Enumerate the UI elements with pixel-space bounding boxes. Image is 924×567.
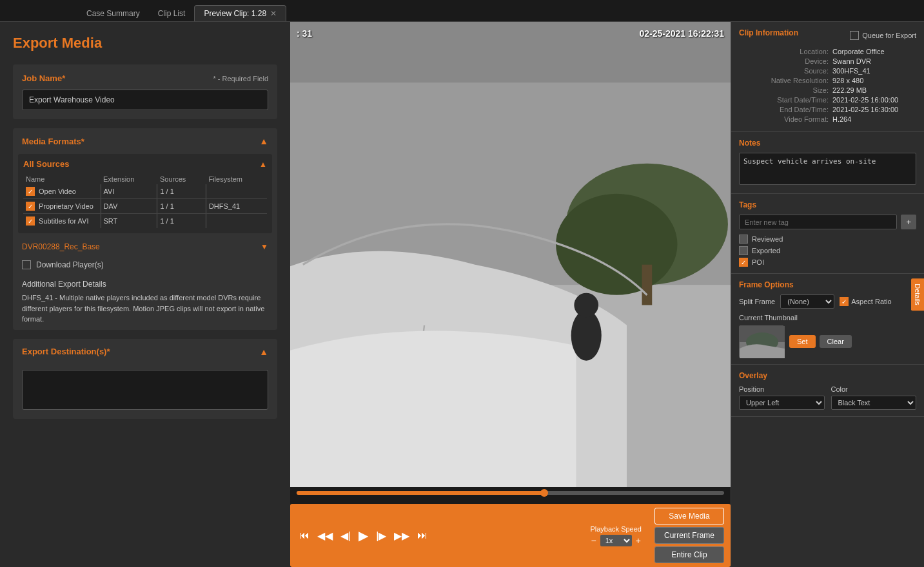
position-label: Position <box>739 385 825 393</box>
video-timestamp: 02-25-2021 16:22:31 <box>639 28 724 39</box>
subtitles-sources: 1 / 1 <box>157 214 206 229</box>
table-row: ✓ Proprietary Video DAV 1 / 1 DHFS_41 <box>23 199 267 214</box>
tab-close-icon[interactable]: ✕ <box>270 9 277 18</box>
tags-input[interactable] <box>739 215 897 229</box>
sources-chevron[interactable]: ▲ <box>259 160 267 169</box>
proprietary-video-label: Proprietary Video <box>39 202 93 210</box>
subtitles-ext: SRT <box>101 214 157 229</box>
col-filesystem: Filesystem <box>206 174 267 184</box>
svg-point-4 <box>556 194 677 295</box>
poi-label: POI <box>752 258 764 266</box>
open-video-checkbox[interactable]: ✓ <box>26 187 35 196</box>
clip-info-fields: Location:Corporate Office Device:Swann D… <box>739 48 916 123</box>
subtitles-fs <box>206 214 267 229</box>
speed-decrease-button[interactable]: − <box>591 535 596 546</box>
job-name-input[interactable] <box>22 90 268 110</box>
svg-point-7 <box>574 293 598 318</box>
export-dest-label: Export Destination(s)* <box>22 347 110 356</box>
tags-title: Tags <box>739 200 916 209</box>
open-video-label: Open Video <box>39 187 76 195</box>
panel-title: Export Media <box>13 35 277 52</box>
table-row: ✓ Open Video AVI 1 / 1 <box>23 184 267 199</box>
notes-textarea[interactable]: Suspect vehicle arrives on-site <box>739 153 916 185</box>
aspect-ratio-checkbox[interactable]: ✓ <box>840 297 849 306</box>
play-button[interactable]: ▶ <box>356 526 371 544</box>
tag-item-reviewed[interactable]: Reviewed <box>739 235 916 244</box>
clip-info-title: Clip Information <box>739 28 798 37</box>
notes-title: Notes <box>739 139 916 148</box>
media-formats-chevron[interactable]: ▲ <box>259 136 268 146</box>
clear-thumbnail-button[interactable]: Clear <box>820 335 852 348</box>
proprietary-ext: DAV <box>101 199 157 214</box>
tab-case-summary[interactable]: Case Summary <box>77 6 149 21</box>
skip-to-start-button[interactable]: ⏮ <box>297 528 312 543</box>
subtitles-checkbox[interactable]: ✓ <box>26 216 35 226</box>
open-video-fs <box>206 184 267 199</box>
thumbnail-image <box>739 325 784 358</box>
set-thumbnail-button[interactable]: Set <box>789 335 816 348</box>
speed-select[interactable]: 1x 2x 0.5x <box>600 535 632 546</box>
dvr-chevron[interactable]: ▼ <box>260 242 268 251</box>
proprietary-sources: 1 / 1 <box>157 199 206 214</box>
step-forward-button[interactable]: |▶ <box>373 528 389 543</box>
split-frame-label: Split Frame <box>739 298 775 305</box>
reviewed-checkbox <box>739 235 748 244</box>
split-frame-select[interactable]: (None) Horizontal Vertical <box>780 294 834 309</box>
add-tag-button[interactable]: + <box>901 215 916 229</box>
skip-to-end-button[interactable]: ⏭ <box>415 528 430 543</box>
reviewed-label: Reviewed <box>752 235 783 243</box>
col-name: Name <box>23 174 101 184</box>
queue-checkbox-icon <box>850 31 859 40</box>
export-dest-chevron[interactable]: ▲ <box>259 347 268 357</box>
details-tab[interactable]: Details <box>911 278 924 311</box>
tag-item-poi[interactable]: ✓ POI <box>739 258 916 267</box>
exported-label: Exported <box>752 247 780 255</box>
additional-details-title: Additional Export Details <box>22 280 268 289</box>
current-frame-button[interactable]: Current Frame <box>654 527 724 544</box>
fast-forward-button[interactable]: ▶▶ <box>391 528 412 543</box>
svg-point-6 <box>571 310 602 360</box>
progress-thumb[interactable] <box>540 489 548 497</box>
required-note: * - Required Field <box>213 75 268 82</box>
all-sources-title: All Sources <box>23 159 70 169</box>
speed-increase-button[interactable]: + <box>636 535 641 546</box>
proprietary-video-checkbox[interactable]: ✓ <box>26 202 35 211</box>
current-thumbnail-label: Current Thumbnail <box>739 314 916 322</box>
rewind-button[interactable]: ◀◀ <box>315 528 335 543</box>
proprietary-fs: DHFS_41 <box>206 199 267 214</box>
position-select[interactable]: Upper Left Upper Right Lower Left Lower … <box>739 396 825 410</box>
job-name-label: Job Name* <box>22 73 65 83</box>
exported-checkbox <box>739 246 748 255</box>
svg-rect-5 <box>642 265 653 305</box>
progress-bar-container[interactable] <box>290 487 731 504</box>
queue-export-label: Queue for Export <box>862 32 916 39</box>
color-select[interactable]: Black Text White Text <box>831 396 917 410</box>
open-video-sources: 1 / 1 <box>157 184 206 199</box>
dvr-label: DVR00288_Rec_Base <box>22 242 100 251</box>
table-row: ✓ Subtitles for AVI SRT 1 / 1 <box>23 214 267 229</box>
save-media-button[interactable]: Save Media <box>654 508 724 524</box>
download-players-checkbox[interactable] <box>22 260 31 269</box>
video-area: : 31 02-25-2021 16:22:31 <box>290 22 731 487</box>
entire-clip-button[interactable]: Entire Clip <box>654 546 724 563</box>
additional-details-text: DHFS_41 - Multiple native players includ… <box>22 293 268 325</box>
color-label: Color <box>831 385 917 393</box>
download-players-label: Download Player(s) <box>36 260 104 269</box>
frame-options-title: Frame Options <box>739 280 916 289</box>
playback-speed-label: Playback Speed <box>590 525 642 533</box>
export-dest-input[interactable] <box>22 370 268 410</box>
subtitles-label: Subtitles for AVI <box>39 217 88 225</box>
playback-speed-control: Playback Speed − 1x 2x 0.5x + <box>590 525 642 546</box>
overlay-title: Overlay <box>739 371 916 380</box>
aspect-ratio-label: Aspect Ratio <box>851 298 891 305</box>
poi-checkbox: ✓ <box>739 258 748 267</box>
col-sources: Sources <box>157 174 206 184</box>
open-video-ext: AVI <box>101 184 157 199</box>
media-formats-label: Media Formats* <box>22 137 84 146</box>
tab-preview-clip[interactable]: Preview Clip: 1.28 ✕ <box>194 5 286 21</box>
tag-item-exported[interactable]: Exported <box>739 246 916 255</box>
tab-clip-list[interactable]: Clip List <box>149 6 195 21</box>
queue-export-button[interactable]: Queue for Export <box>850 31 916 40</box>
step-back-button[interactable]: ◀| <box>338 528 353 543</box>
video-time-short: : 31 <box>297 28 312 39</box>
